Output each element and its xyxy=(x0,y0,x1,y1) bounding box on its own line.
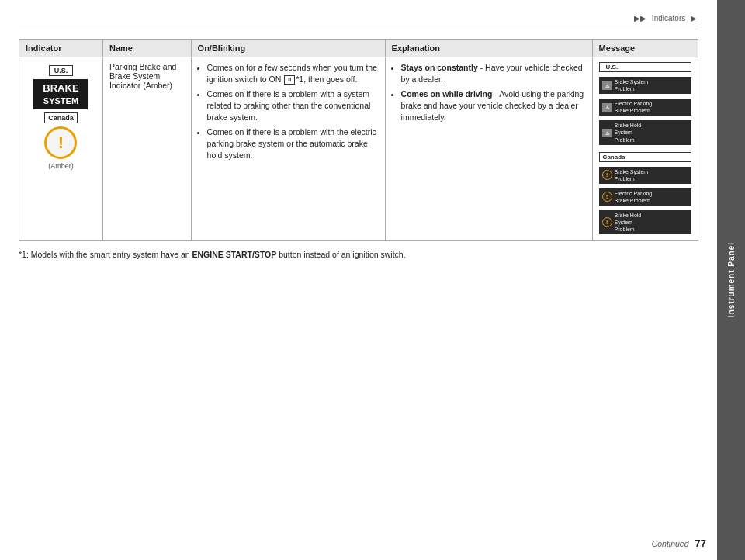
explanation-cell: Stays on constantly - Have your vehicle … xyxy=(385,57,592,241)
msg-us-brake-hold: ⚠ Brake HoldSystemProblem xyxy=(599,120,691,144)
msg-canada-brake-system: ! Brake SystemProblem xyxy=(599,167,691,184)
msg-canada-text-2: Electric ParkingBrake Problem xyxy=(615,190,653,204)
msg-us-label: U.S. xyxy=(599,62,691,72)
main-content: ▶▶ Indicators ▶ Indicator Name On/Blinki… xyxy=(0,0,717,560)
indicator-name: Parking Brake and Brake System Indicator… xyxy=(109,62,176,90)
msg-canada-electric-parking: ! Electric ParkingBrake Problem xyxy=(599,188,691,206)
sidebar-label: Instrument Panel xyxy=(727,242,736,317)
breadcrumb-text: Indicators xyxy=(652,14,685,22)
onblinking-cell: Comes on for a few seconds when you turn… xyxy=(191,57,385,241)
table-row: U.S. BRAKE SYSTEM Canada ! (Amber) xyxy=(19,57,698,241)
breadcrumb: ▶▶ Indicators ▶ xyxy=(19,14,698,26)
header-indicator: Indicator xyxy=(19,40,103,57)
msg-canada-text-1: Brake SystemProblem xyxy=(615,168,649,182)
msg-canada-brake-hold: ! Brake HoldSystemProblem xyxy=(599,210,691,234)
ignition-icon: II xyxy=(284,75,295,85)
sidebar-tab: Instrument Panel xyxy=(717,0,745,560)
name-cell: Parking Brake and Brake System Indicator… xyxy=(102,57,191,241)
list-item: Comes on while driving - Avoid using the… xyxy=(401,88,586,123)
breadcrumb-arrow2: ▶ xyxy=(691,14,697,22)
msg-us-text-1: Brake SystemProblem xyxy=(615,78,649,92)
footer-continued: Continued xyxy=(652,539,689,548)
indicator-cell: U.S. BRAKE SYSTEM Canada ! (Amber) xyxy=(19,57,103,241)
message-cell: U.S. ⚠ Brake SystemProblem ⚠ Electric Pa… xyxy=(592,57,698,241)
indicator-content: U.S. BRAKE SYSTEM Canada ! (Amber) xyxy=(26,62,96,173)
comes-on-driving-term: Comes on while driving xyxy=(401,89,493,99)
header-explanation: Explanation xyxy=(385,40,592,57)
header-onblinking: On/Blinking xyxy=(191,40,385,57)
exclamation-icon: ! xyxy=(58,134,64,151)
header-message: Message xyxy=(592,40,698,57)
brake-main-label: BRAKE xyxy=(40,82,81,95)
footnote: *1: Models with the smart entry system h… xyxy=(19,249,698,261)
list-item: Stays on constantly - Have your vehicle … xyxy=(401,62,586,85)
list-item: Comes on if there is a problem with the … xyxy=(207,126,379,161)
us-badge: U.S. xyxy=(49,65,74,76)
brake-circ-icon-1: ! xyxy=(602,170,612,180)
brake-sub-label: SYSTEM xyxy=(40,95,81,106)
msg-us-text-3: Brake HoldSystemProblem xyxy=(615,122,642,143)
brake-icon-2: ⚠ xyxy=(602,103,612,112)
amber-circle-icon: ! xyxy=(44,126,77,159)
msg-canada-text-3: Brake HoldSystemProblem xyxy=(615,212,642,233)
indicator-table: Indicator Name On/Blinking Explanation M… xyxy=(19,39,698,241)
footnote-bold: ENGINE START/STOP xyxy=(192,250,277,259)
onblinking-list: Comes on for a few seconds when you turn… xyxy=(198,62,379,161)
list-item: Comes on for a few seconds when you turn… xyxy=(207,62,379,85)
brake-circ-icon-3: ! xyxy=(602,217,612,227)
msg-canada-label: Canada xyxy=(599,152,691,162)
brake-icon-3: ⚠ xyxy=(602,129,612,137)
brake-icon-1: ⚠ xyxy=(602,81,612,90)
stays-on-term: Stays on constantly xyxy=(401,63,478,72)
footer-page: 77 xyxy=(695,538,706,549)
canada-badge: Canada xyxy=(44,112,78,123)
brake-system-box: BRAKE SYSTEM xyxy=(33,79,88,109)
breadcrumb-arrow1: ▶▶ xyxy=(634,14,646,22)
list-item: Comes on if there is a problem with a sy… xyxy=(207,88,379,123)
brake-circ-icon-2: ! xyxy=(602,192,612,202)
footnote-prefix: *1: Models with the smart entry system h… xyxy=(19,250,192,259)
msg-us-text-2: Electric ParkingBrake Problem xyxy=(615,100,653,114)
footer: Continued 77 xyxy=(652,538,706,549)
footnote-suffix: button instead of an ignition switch. xyxy=(279,250,405,259)
msg-us-electric-parking: ⚠ Electric ParkingBrake Problem xyxy=(599,99,691,116)
explanation-list: Stays on constantly - Have your vehicle … xyxy=(392,62,586,123)
message-content: U.S. ⚠ Brake SystemProblem ⚠ Electric Pa… xyxy=(599,62,691,236)
msg-us-brake-system: ⚠ Brake SystemProblem xyxy=(599,77,691,94)
amber-label: (Amber) xyxy=(48,162,74,170)
header-name: Name xyxy=(102,40,191,57)
